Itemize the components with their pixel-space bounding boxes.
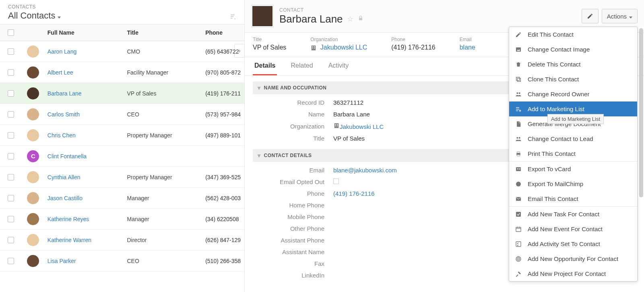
contact-name-link[interactable]: Aaron Lang (47, 48, 76, 55)
field-phone-value[interactable]: (419) 176-2116 (333, 190, 375, 197)
contact-row[interactable]: Katherine ReyesManager(34) 6220508 (0, 209, 244, 230)
svg-rect-22 (517, 78, 520, 81)
actions-dropdown[interactable]: Actions (602, 9, 638, 23)
contact-name-link[interactable]: Cynthia Allen (47, 174, 80, 180)
contact-name-link[interactable]: Barbara Lane (47, 90, 82, 97)
contact-title: CEO (124, 111, 202, 118)
select-all-checkbox[interactable] (8, 29, 14, 36)
field-email-value[interactable]: blane@jakubowski.com (333, 167, 397, 174)
vertical-scrollbar[interactable] (638, 0, 644, 292)
field-title-label: Title (253, 135, 333, 142)
tab-activity[interactable]: Activity (327, 57, 351, 75)
email-opted-out-checkbox[interactable] (333, 178, 339, 184)
tab-details[interactable]: Details (253, 57, 277, 75)
star-icon[interactable]: ☆ (347, 14, 353, 23)
menu-print-contact[interactable]: Print This Contact (509, 146, 637, 161)
column-header-name[interactable]: Full Name (44, 29, 124, 36)
list-settings-button[interactable] (230, 13, 236, 21)
contact-row[interactable]: Chris ChenProperty Manager(497) 889-101 (0, 125, 244, 146)
field-assistant-name-label: Assistant Name (253, 249, 333, 255)
building-icon (310, 45, 317, 51)
contact-title: VP of Sales (124, 90, 202, 97)
summary-title-label: Title (253, 37, 286, 42)
contact-row[interactable]: Carlos SmithCEO(573) 957-984 (0, 104, 244, 125)
menu-export-mailchimp[interactable]: Export To MailChimp (509, 176, 637, 191)
summary-email-value[interactable]: blane (460, 44, 475, 51)
contact-row[interactable]: CClint Fontanella (0, 146, 244, 167)
contact-name-link[interactable]: Katherine Reyes (47, 216, 89, 222)
menu-add-activity-set[interactable]: Add Activity Set To Contact (509, 236, 637, 251)
svg-point-50 (518, 259, 518, 259)
avatar (27, 108, 39, 120)
building-icon (333, 123, 340, 130)
row-checkbox[interactable] (8, 69, 14, 76)
row-checkbox[interactable] (8, 237, 14, 243)
actions-menu: Edit This Contact Change Contact Image D… (509, 27, 638, 282)
contact-row[interactable]: Barbara LaneVP of Sales(419) 176-211 (0, 83, 244, 104)
contact-name-link[interactable]: Lisa Parker (47, 258, 76, 264)
menu-add-opportunity[interactable]: Add New Opportunity For Contact (509, 251, 637, 266)
row-checkbox[interactable] (8, 111, 14, 118)
field-org-value[interactable]: Jakubowski LLC (333, 122, 384, 130)
avatar: C (27, 150, 39, 162)
contact-row[interactable]: Katherine WarrenDirector(626) 847-129 (0, 230, 244, 251)
contact-row[interactable]: Cynthia AllenProperty Manager(347) 369-5… (0, 167, 244, 188)
row-checkbox[interactable] (8, 195, 14, 201)
envelope-icon (515, 196, 522, 202)
contact-row[interactable]: Lisa ParkerCEO(510) 266-358 (0, 251, 244, 271)
contact-phone: (970) 805-872 (202, 69, 244, 76)
contact-title: Manager (124, 195, 202, 201)
contact-name-link[interactable]: Carlos Smith (47, 111, 80, 118)
svg-point-37 (517, 168, 518, 170)
row-checkbox[interactable] (8, 216, 14, 222)
field-org-label: Organization (253, 123, 333, 130)
row-checkbox[interactable] (8, 258, 14, 264)
contact-title: Manager (124, 216, 202, 222)
column-header-phone[interactable]: Phone (202, 29, 244, 36)
tab-related[interactable]: Related (289, 57, 314, 75)
menu-delete-contact[interactable]: Delete This Contact (509, 57, 637, 72)
field-mobile-phone-label: Mobile Phone (253, 213, 333, 220)
contact-title: Property Manager (124, 174, 202, 180)
summary-email-label: Email (460, 37, 475, 42)
hammer-icon (515, 271, 522, 277)
row-checkbox[interactable] (8, 153, 14, 159)
summary-org-value[interactable]: Jakubowski LLC (310, 44, 367, 51)
row-checkbox[interactable] (8, 174, 14, 180)
menu-email-contact[interactable]: Email This Contact (509, 191, 637, 206)
contact-avatar[interactable] (251, 5, 274, 27)
contact-name-link[interactable]: Jason Castillo (47, 195, 83, 201)
menu-change-owner[interactable]: Change Record Owner (509, 87, 637, 101)
row-checkbox[interactable] (8, 48, 14, 55)
contact-row[interactable]: Jason CastilloManager(562) 428-003 (0, 188, 244, 209)
column-header-title[interactable]: Title (124, 29, 202, 36)
field-record-id-value: 363271112 (333, 99, 363, 106)
contact-name-link[interactable]: Katherine Warren (47, 237, 91, 243)
svg-rect-8 (312, 48, 313, 48)
contact-row[interactable]: Albert LeeFacility Manager(970) 805-872 (0, 62, 244, 83)
contacts-view-dropdown[interactable]: All Contacts (8, 10, 61, 21)
menu-clone-contact[interactable]: Clone This Contact (509, 72, 637, 87)
menu-add-task[interactable]: Add New Task For Contact (509, 207, 637, 222)
avatar (27, 234, 39, 246)
contact-row[interactable]: Aaron LangCMO(65) 6436722 (0, 41, 244, 62)
row-checkbox[interactable] (8, 132, 14, 139)
contacts-panel: CONTACTS All Contacts Full Name Title Ph… (0, 0, 245, 292)
avatar (27, 87, 39, 99)
row-checkbox[interactable] (8, 90, 14, 97)
menu-edit-contact[interactable]: Edit This Contact (509, 27, 637, 42)
menu-change-to-lead[interactable]: Change Contact to Lead (509, 131, 637, 146)
contact-phone: (347) 369-525 (202, 174, 244, 180)
contact-detail-panel: CONTACT Barbara Lane ☆ Actions (245, 0, 644, 292)
svg-rect-42 (516, 212, 521, 217)
contact-name-link[interactable]: Albert Lee (47, 69, 73, 76)
menu-export-vcard[interactable]: Export To vCard (509, 162, 637, 176)
edit-button[interactable] (582, 9, 599, 23)
svg-rect-34 (517, 151, 520, 153)
contact-name-link[interactable]: Clint Fontanella (47, 153, 87, 159)
menu-add-event[interactable]: Add New Event For Contact (509, 222, 637, 236)
menu-change-image[interactable]: Change Contact Image (509, 42, 637, 57)
menu-add-project[interactable]: Add New Project For Contact (509, 266, 637, 281)
contact-name-link[interactable]: Chris Chen (47, 132, 76, 139)
svg-rect-7 (314, 46, 315, 47)
